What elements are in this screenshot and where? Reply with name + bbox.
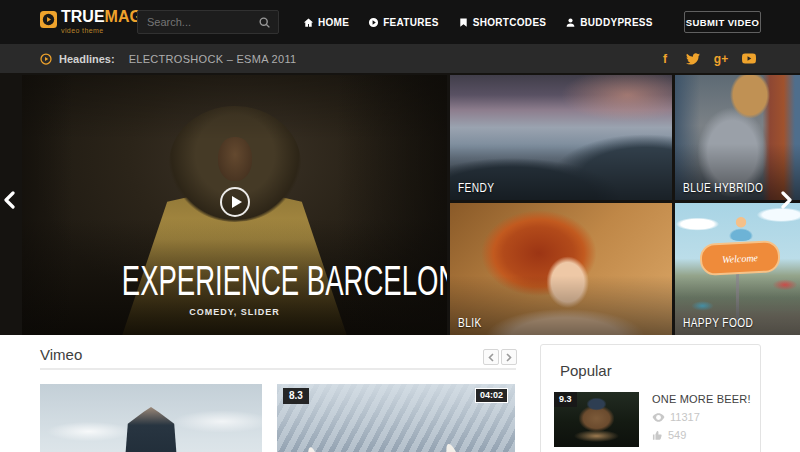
bookmark-icon (458, 17, 469, 28)
duration-badge: 04:02 (475, 388, 508, 403)
slider-prev-button[interactable] (3, 189, 19, 211)
thumbs-up-icon (652, 430, 663, 441)
featured-slide[interactable]: EXPERIENCE BARCELONA COMEDY, SLIDER (22, 75, 447, 335)
top-navbar: TRUEMAG video theme HOME FEATURES SHORTC… (0, 0, 800, 44)
menu-item-label: FEATURES (383, 17, 439, 28)
video-tile-label: BLUE HYBRIDO (683, 181, 763, 194)
play-triangle-icon (232, 196, 242, 208)
views-stat: 11317 (652, 411, 751, 423)
rating-badge: 9.3 (554, 392, 577, 407)
likes-stat: 549 (652, 429, 751, 441)
video-tile-label: HAPPY FOOD (683, 316, 753, 329)
section-divider (40, 368, 516, 370)
menu-item-home[interactable]: HOME (303, 17, 349, 28)
popular-list-item[interactable]: 9.3 ONE MORE BEER! 11317 549 (554, 392, 751, 447)
search-icon[interactable] (258, 16, 271, 29)
play-button[interactable] (220, 187, 250, 217)
youtube-icon[interactable] (742, 52, 756, 66)
headlines-bar: Headlines: ELECTROSHOCK – ESMA 2011 f g+ (0, 44, 800, 73)
video-tile-blue-hybrido[interactable]: BLUE HYBRIDO (675, 75, 800, 200)
menu-item-features[interactable]: FEATURES (368, 17, 439, 28)
featured-title[interactable]: EXPERIENCE BARCELONA (122, 259, 447, 302)
social-links: f g+ (658, 44, 756, 73)
user-icon (565, 17, 576, 28)
carousel-pager (483, 349, 517, 365)
play-circle-icon (368, 17, 379, 28)
menu-item-label: SHORTCODES (473, 17, 547, 28)
featured-slider: EXPERIENCE BARCELONA COMEDY, SLIDER FEND… (0, 73, 800, 335)
menu-item-label: HOME (318, 17, 349, 28)
welcome-sign-text: Welcome (721, 251, 757, 264)
submit-video-button[interactable]: SUBMIT VIDEO (684, 11, 761, 33)
search-input[interactable] (145, 15, 258, 29)
headlines-label: Headlines: (59, 53, 115, 65)
logo-play-icon (40, 11, 57, 28)
logo-tagline: video theme (61, 27, 142, 34)
chevron-left-icon (3, 191, 15, 209)
views-count: 11317 (670, 411, 700, 423)
logo-text: TRUEMAG video theme (61, 9, 142, 34)
chevron-right-icon (506, 353, 512, 362)
menu-item-shortcodes[interactable]: SHORTCODES (458, 17, 547, 28)
views-icon (652, 413, 665, 422)
popular-thumbnail[interactable]: 9.3 (554, 392, 639, 447)
page: TRUEMAG video theme HOME FEATURES SHORTC… (0, 0, 800, 452)
featured-categories[interactable]: COMEDY, SLIDER (22, 307, 447, 317)
popular-widget: Popular 9.3 ONE MORE BEER! 11317 549 (540, 344, 761, 452)
welcome-sign: Welcome (699, 240, 781, 276)
slider-next-button[interactable] (781, 189, 797, 211)
main-menu: HOME FEATURES SHORTCODES BUDDYPRESS (303, 0, 653, 44)
video-thumbnail-swans[interactable]: 8.3 04:02 (277, 384, 515, 452)
video-thumbnail-swimmer[interactable] (40, 384, 262, 452)
thumbnail-image (40, 384, 262, 452)
home-icon (303, 17, 314, 28)
video-tile-happy-food[interactable]: Welcome HAPPY FOOD (675, 203, 800, 335)
twitter-icon[interactable] (686, 52, 700, 66)
carousel-prev-button[interactable] (483, 349, 499, 365)
section-title-vimeo: Vimeo (40, 346, 82, 363)
googleplus-icon[interactable]: g+ (714, 52, 728, 66)
logo-text-primary: TRUE (61, 8, 105, 25)
content-area: Vimeo 8.3 04:02 Popular 9.3 (0, 335, 800, 452)
chevron-right-icon (781, 191, 793, 209)
headlines-play-icon (40, 53, 52, 65)
menu-item-label: BUDDYPRESS (580, 17, 652, 28)
likes-count: 549 (668, 429, 686, 441)
thumbnail-image (450, 203, 672, 335)
video-tile-label: BLIK (458, 316, 482, 329)
search-box (137, 10, 279, 34)
video-tile-label: FENDY (458, 181, 494, 194)
widget-title-popular: Popular (560, 362, 612, 379)
slide-caption: EXPERIENCE BARCELONA COMEDY, SLIDER (22, 259, 447, 317)
headline-link[interactable]: ELECTROSHOCK – ESMA 2011 (129, 53, 297, 65)
carousel-next-button[interactable] (501, 349, 517, 365)
facebook-icon[interactable]: f (658, 52, 672, 66)
popular-item-info: ONE MORE BEER! 11317 549 (652, 392, 751, 447)
video-tile-fendy[interactable]: FENDY (450, 75, 672, 200)
chevron-left-icon (488, 353, 494, 362)
video-tile-blik[interactable]: BLIK (450, 203, 672, 335)
popular-item-title[interactable]: ONE MORE BEER! (652, 393, 751, 405)
site-logo[interactable]: TRUEMAG video theme (40, 9, 142, 34)
rating-badge: 8.3 (283, 388, 309, 404)
art-mascot (724, 215, 758, 241)
menu-item-buddypress[interactable]: BUDDYPRESS (565, 17, 652, 28)
